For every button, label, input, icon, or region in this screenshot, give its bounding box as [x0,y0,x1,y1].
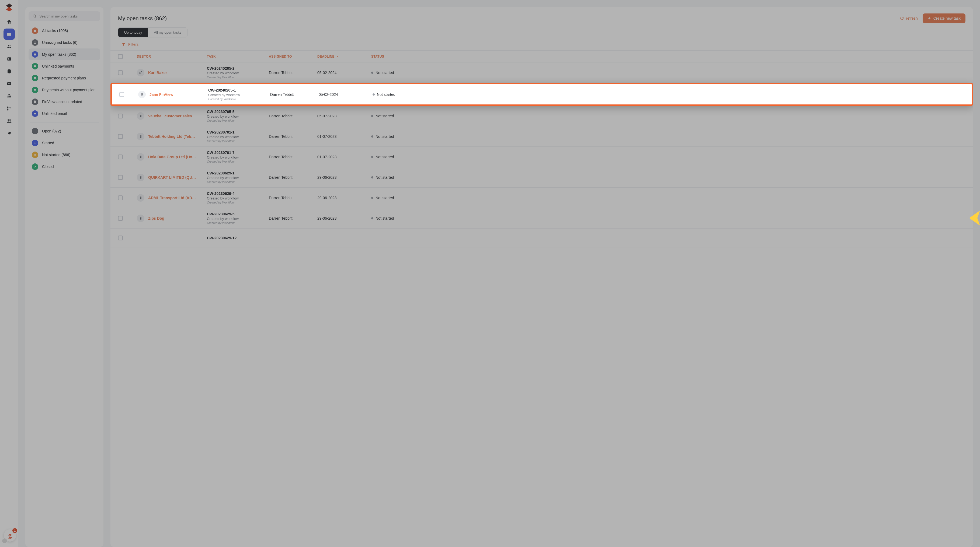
task-subtitle: Created by workflow [207,155,269,159]
sidebar-item[interactable]: Started [29,137,100,149]
male-icon [137,69,145,76]
sidebar-item[interactable]: Open (872) [29,125,100,137]
sidebar-item[interactable]: FinView account related [29,96,100,108]
table-row[interactable]: Vauxhall customer sales CW-20230705-5 Cr… [110,106,973,126]
svg-rect-41 [140,156,140,156]
svg-rect-27 [35,154,36,155]
table-row[interactable]: ADML Transport Ltd (ADM... CW-20230629-4… [110,188,973,208]
svg-point-23 [35,131,35,132]
refresh-label: refresh [906,16,918,21]
debtor-link[interactable]: ADML Transport Ltd (ADM... [148,196,197,200]
sidebar-item[interactable]: Unlinked email [29,108,100,119]
sidebar-item[interactable]: Unassigned tasks (6) [29,36,100,48]
task-subtitle: Created by workflow [207,71,269,75]
col-debtor[interactable]: DEBTOR [137,55,207,59]
nav-home[interactable] [3,16,15,27]
sidebar-item[interactable]: Not started (866) [29,149,100,161]
svg-rect-21 [34,113,37,114]
status-label: Not started [375,216,394,220]
assigned-to: Darren Tebbitt [269,175,317,179]
create-task-button[interactable]: Create new task [923,13,966,23]
status-label: Not started [375,114,394,118]
debtor-link[interactable]: Zips Dog [148,216,164,220]
table-row[interactable]: CW-20230629-12 [110,228,973,247]
task-subtitle: Created by workflow [207,135,269,139]
mail-icon [32,110,38,117]
sidebar-item[interactable]: Unlinked payments [29,60,100,72]
refresh-button[interactable]: refresh [900,16,918,21]
filter-icon [122,43,126,46]
debtor-link[interactable]: Jane FinView [150,92,173,97]
select-all-checkbox[interactable] [118,54,123,59]
debtor-link[interactable]: Tebbitt Holding Ltd (Tebbit... [148,134,197,139]
nav-tasks[interactable] [3,29,15,40]
user-avatar[interactable] [2,538,8,544]
nav-team[interactable] [3,115,15,127]
svg-rect-57 [141,217,141,217]
row-checkbox[interactable] [118,216,123,221]
sidebar-item[interactable]: Payments without payment plan [29,84,100,96]
search-input[interactable] [29,11,100,21]
help-widget[interactable]: g 1 [4,529,16,542]
task-subtitle: Created by workflow [208,93,270,97]
sidebar-item[interactable]: Closed [29,161,100,173]
table-row[interactable]: Zips Dog CW-20230629-5 Created by workfl… [110,208,973,228]
tab-all-open[interactable]: All my open tasks [148,28,188,37]
help-count: 1 [13,528,17,533]
table-row[interactable]: Hola Data Group Ltd (Hola ... CW-2023070… [110,147,973,167]
nav-people[interactable] [3,41,15,52]
row-checkbox[interactable] [118,195,123,200]
svg-rect-58 [140,218,140,218]
nav-branch[interactable] [3,103,15,114]
row-checkbox[interactable] [118,134,123,139]
row-checkbox[interactable] [118,114,123,119]
sidebar-item[interactable]: All tasks (1008) [29,25,100,36]
nav-database[interactable] [3,66,15,77]
svg-rect-46 [140,176,140,177]
task-id: CW-20240205-2 [207,66,269,71]
table-row[interactable]: Karl Baker CW-20240205-2 Created by work… [110,62,973,83]
svg-point-10 [7,109,8,110]
row-checkbox[interactable] [119,92,124,97]
nav-bank[interactable] [3,90,15,102]
debtor-link[interactable]: Vauxhall customer sales [148,114,192,118]
building-icon [137,112,145,120]
col-status[interactable]: STATUS [371,55,966,59]
task-id: CW-20230629-4 [207,192,269,196]
svg-point-12 [8,119,9,120]
search-field[interactable] [39,14,96,18]
nav-settings[interactable] [3,128,15,139]
table-row[interactable]: Jane FinView CW-20240205-1 Created by wo… [110,83,973,106]
filters-toggle[interactable]: Filters [110,37,973,51]
svg-rect-17 [34,54,36,54]
nav-contact[interactable] [3,53,15,65]
svg-rect-31 [140,115,140,115]
task-meta: Created by Workflow [207,140,269,143]
assigned-to: Darren Tebbitt [269,71,317,75]
svg-point-25 [34,142,36,144]
task-subtitle: Created by workflow [207,114,269,119]
col-deadline[interactable]: DEADLINE [317,55,371,59]
check-icon [32,163,38,170]
table-row[interactable]: QUIRKART LIMITED (QUIR... CW-20230629-1 … [110,167,973,188]
debtor-link[interactable]: Hola Data Group Ltd (Hola ... [148,155,197,159]
svg-point-24 [35,131,36,132]
row-checkbox[interactable] [118,236,123,240]
sidebar-item[interactable]: My open tasks (862) [29,48,100,60]
row-checkbox[interactable] [118,175,123,180]
tab-up-to-today[interactable]: Up to today [118,28,148,37]
col-task[interactable]: TASK [207,55,269,59]
sidebar-item[interactable]: Requested payment plans [29,72,100,84]
assigned-to: Darren Tebbitt [269,155,317,159]
row-checkbox[interactable] [118,154,123,159]
row-checkbox[interactable] [118,70,123,75]
debtor-link[interactable]: QUIRKART LIMITED (QUIR... [148,175,197,179]
svg-rect-36 [140,135,140,136]
female-icon [138,91,146,98]
table-row[interactable]: Tebbitt Holding Ltd (Tebbit... CW-202307… [110,126,973,147]
col-assigned[interactable]: ASSIGNED TO [269,55,317,59]
task-meta: Created by Workflow [207,180,269,184]
nav-mail[interactable] [3,78,15,89]
side-list: All tasks (1008)Unassigned tasks (6)My o… [29,25,100,173]
debtor-link[interactable]: Karl Baker [148,71,167,75]
